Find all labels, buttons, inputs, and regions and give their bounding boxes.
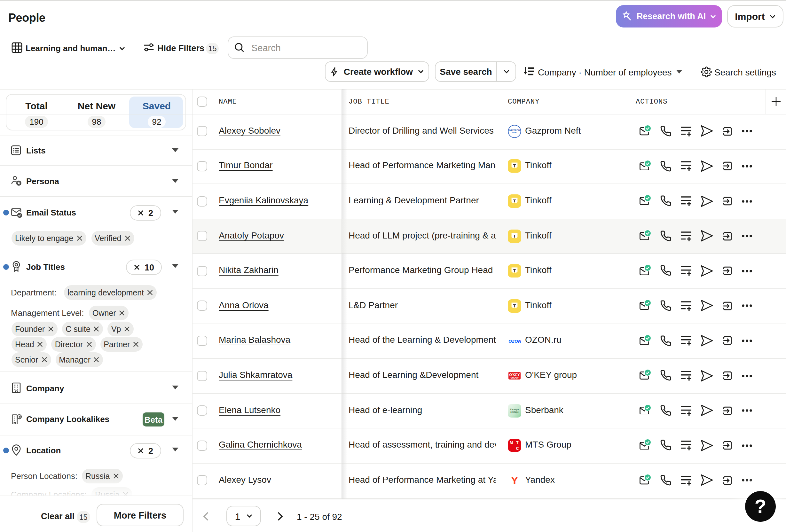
svg-text:Y: Y [511, 474, 518, 486]
svg-text:O'KEY: O'KEY [509, 373, 520, 377]
svg-text:OZON: OZON [508, 339, 521, 344]
svg-text:GROUP: GROUP [511, 377, 519, 379]
svg-text:T: T [513, 199, 516, 203]
svg-text:Карьера: Карьера [510, 408, 519, 411]
svg-text:T: T [513, 303, 516, 308]
svg-text:T: T [513, 233, 516, 238]
svg-text:NEFT: NEFT [512, 132, 518, 134]
svg-text:T: T [513, 268, 516, 273]
svg-text:T: T [516, 441, 519, 445]
svg-text:C: C [516, 447, 519, 451]
svg-text:M: M [510, 441, 513, 445]
svg-text:T: T [513, 164, 516, 168]
svg-text:GAZPROM: GAZPROM [509, 129, 520, 131]
svg-text:в Сбере: в Сбере [510, 411, 519, 413]
